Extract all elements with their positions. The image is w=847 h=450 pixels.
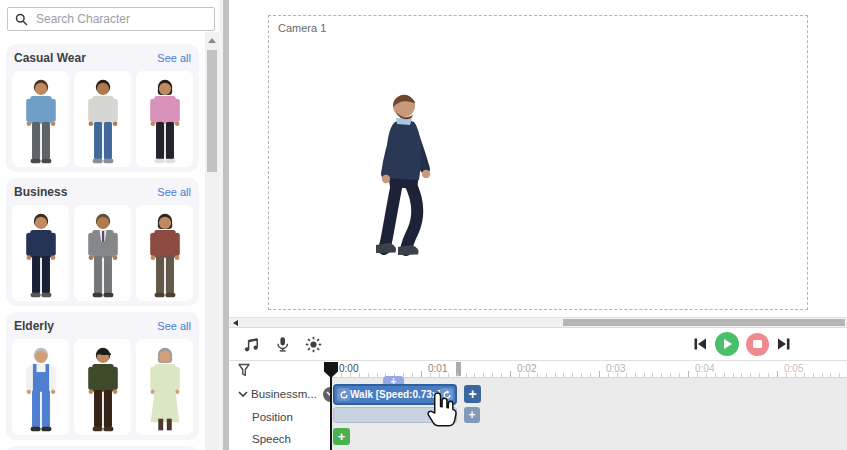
character-figure [139,345,191,435]
character-card-elderly-woman-floral-dress[interactable] [136,339,193,435]
character-figure [77,345,129,435]
stage-scrollbar-thumb[interactable] [563,319,845,326]
ruler-time-label: 0:03 [606,363,625,374]
add-animation-button[interactable]: + [464,385,481,403]
track-name: Position [252,411,293,423]
see-all-link[interactable]: See all [157,320,191,332]
walking-man-figure [337,85,462,308]
ruler-minor-tick [555,373,556,377]
ruler-minor-tick [759,373,760,377]
character-card-elderly-man-overalls[interactable] [12,339,69,435]
character-card-woman-maroon-blazer[interactable] [136,205,193,301]
add-position-button[interactable]: + [464,407,480,423]
track-label-column: Businessm... Position Speech [229,361,330,450]
ruler-minor-tick [661,373,662,377]
ruler-minor-tick [741,373,742,377]
clip-label: Walk [Speed:0.73x] [350,389,440,400]
ruler-minor-tick [537,373,538,377]
ruler-minor-tick [483,373,484,377]
character-card-elderly-man-plaid[interactable] [74,339,131,435]
skip-to-end-button[interactable] [776,336,792,352]
music-note-icon [242,335,261,354]
stage-horizontal-scrollbar[interactable] [229,317,847,328]
ruler-minor-tick [724,373,725,377]
microphone-button[interactable] [271,333,293,355]
skip-to-start-button[interactable] [692,336,708,352]
chevron-down-icon [238,390,248,398]
ruler-minor-tick [822,373,823,377]
ruler-major-tick [777,371,778,377]
character-sidebar: Casual WearSee allBusinessSee allElderly… [0,0,219,450]
ruler-minor-tick [359,373,360,377]
ruler-minor-tick [377,373,378,377]
music-button[interactable] [240,333,262,355]
add-speech-button[interactable]: + [333,428,350,445]
stage-canvas[interactable]: Camera 1 [229,0,847,313]
search-icon [15,13,28,26]
microphone-icon [273,335,292,354]
media-tool-group [240,333,324,355]
timeline-ruler[interactable]: 0:000:010:020:030:040:05 [330,361,847,378]
search-box[interactable] [7,7,215,31]
ruler-minor-tick [466,373,467,377]
stop-button[interactable] [746,333,769,356]
ruler-minor-tick [590,373,591,377]
walk-animation-clip[interactable]: Walk [Speed:0.73x] [333,384,457,405]
ruler-minor-tick [546,373,547,377]
character-card-man-navy-sweater[interactable] [12,205,69,301]
position-track-bar[interactable] [333,407,457,423]
character-figure [15,211,67,301]
stage-character[interactable] [337,85,462,308]
see-all-link[interactable]: See all [157,52,191,64]
ruler-minor-tick [715,373,716,377]
app-window: Casual WearSee allBusinessSee allElderly… [0,0,847,450]
track-speech[interactable]: Speech [252,430,291,448]
ruler-minor-tick [474,373,475,377]
character-card-man-gray-polo[interactable] [74,71,131,167]
ruler-major-tick [510,371,511,377]
skip-to-end-icon [776,336,792,352]
sidebar-scrollbar[interactable] [205,32,219,450]
panel-divider[interactable] [219,0,229,450]
filter-button[interactable] [237,363,251,381]
ruler-minor-tick [813,373,814,377]
sidebar-scrollbar-thumb[interactable] [207,50,217,172]
search-input[interactable] [34,11,207,27]
rotate-left-icon[interactable] [337,388,350,401]
filter-funnel-icon [237,363,251,377]
ruler-time-label: 0:01 [428,363,447,374]
character-card-row [12,205,193,301]
ruler-minor-tick [644,373,645,377]
skip-to-start-icon [692,336,708,352]
character-section: ElderlySee all [6,312,199,440]
ruler-minor-tick [679,373,680,377]
ruler-minor-tick [830,373,831,377]
ruler-minor-tick [412,373,413,377]
ruler-minor-tick [652,373,653,377]
character-card-man-blue-shirt[interactable] [12,71,69,167]
track-position[interactable]: Position [252,408,293,426]
ruler-major-tick [688,371,689,377]
brightness-button[interactable] [302,333,324,355]
track-businessman[interactable]: Businessm... [238,385,338,403]
section-header: Casual WearSee all [12,49,193,71]
ruler-time-label: 0:00 [339,363,358,374]
see-all-link[interactable]: See all [157,186,191,198]
rotate-right-icon[interactable] [440,388,453,401]
ruler-minor-tick [457,373,458,377]
scroll-up-arrow-icon[interactable] [208,38,216,43]
scroll-left-arrow-icon[interactable] [233,320,238,326]
ruler-minor-tick [804,373,805,377]
character-section: Casual WearSee all [6,44,199,172]
character-card-row [12,339,193,435]
play-button[interactable] [715,332,739,356]
ruler-minor-tick [750,373,751,377]
character-card-woman-pink-sweater[interactable] [136,71,193,167]
ruler-minor-tick [403,373,404,377]
section-title: Elderly [14,319,54,333]
rotate-icon [442,390,452,400]
ruler-time-label: 0:02 [517,363,536,374]
character-card-man-gray-suit[interactable] [74,205,131,301]
timeline-toolbar [229,328,847,361]
character-figure [15,345,67,435]
